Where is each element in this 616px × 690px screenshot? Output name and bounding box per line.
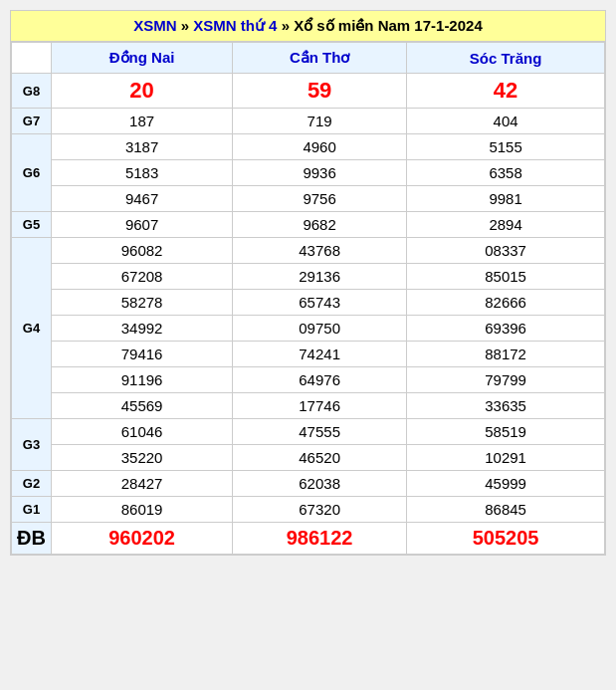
sep2: » [277, 17, 294, 34]
cell-value: 47555 [233, 419, 407, 445]
row-label: ĐB [12, 523, 52, 555]
sep1: » [177, 17, 194, 34]
cell-value: 28427 [52, 471, 233, 497]
cell-value: 35220 [52, 445, 233, 471]
table-row: G1860196732086845 [12, 497, 605, 523]
table-row: 582786574382666 [12, 290, 605, 316]
cell-value: 5183 [52, 160, 233, 186]
cell-value: 43768 [233, 238, 407, 264]
cell-value: 3187 [52, 134, 233, 160]
cell-value: 88172 [407, 342, 605, 367]
table-row: 352204652010291 [12, 445, 605, 471]
table-row: G7187719404 [12, 109, 605, 134]
cell-value: 79799 [407, 367, 605, 393]
cell-value: 6358 [407, 160, 605, 186]
cell-value: 61046 [52, 419, 233, 445]
cell-value: 42 [407, 74, 605, 109]
cell-value: 33635 [407, 393, 605, 419]
cell-value: 9936 [233, 160, 407, 186]
row-label: G5 [12, 212, 52, 238]
cell-value: 46520 [233, 445, 407, 471]
cell-value: 20 [52, 74, 233, 109]
col1-header: Đồng Nai [52, 43, 233, 74]
cell-value: 4960 [233, 134, 407, 160]
cell-value: 9981 [407, 186, 605, 212]
cell-value: 58278 [52, 290, 233, 316]
cell-value: 91196 [52, 367, 233, 393]
cell-value: 187 [52, 109, 233, 134]
table-row: 349920975069396 [12, 316, 605, 342]
cell-value: 59 [233, 74, 407, 109]
col2-header: Cần Thơ [233, 43, 407, 74]
cell-value: 79416 [52, 342, 233, 367]
row-label: G1 [12, 497, 52, 523]
empty-header [12, 43, 52, 74]
cell-value: 2894 [407, 212, 605, 238]
col3-header: Sóc Trăng [407, 43, 605, 74]
cell-value: 58519 [407, 419, 605, 445]
cell-value: 69396 [407, 316, 605, 342]
cell-value: 82666 [407, 290, 605, 316]
row-label: G4 [12, 238, 52, 419]
page-title: Xổ số miền Nam 17-1-2024 [294, 17, 483, 34]
cell-value: 17746 [233, 393, 407, 419]
table-row: 946797569981 [12, 186, 605, 212]
cell-value: 404 [407, 109, 605, 134]
lottery-table: Đồng Nai Cần Thơ Sóc Trăng G8205942G7187… [11, 42, 605, 555]
cell-value: 65743 [233, 290, 407, 316]
cell-value: 85015 [407, 264, 605, 290]
cell-value: 67208 [52, 264, 233, 290]
row-label: G8 [12, 74, 52, 109]
cell-value: 96082 [52, 238, 233, 264]
table-row: G8205942 [12, 74, 605, 109]
cell-value: 62038 [233, 471, 407, 497]
table-row: G6318749605155 [12, 134, 605, 160]
cell-value: 86019 [52, 497, 233, 523]
row-label: G2 [12, 471, 52, 497]
table-row: ĐB960202986122505205 [12, 523, 605, 555]
cell-value: 9607 [52, 212, 233, 238]
page-header: XSMN » XSMN thứ 4 » Xổ số miền Nam 17-1-… [11, 11, 605, 42]
cell-value: 9756 [233, 186, 407, 212]
row-label: G7 [12, 109, 52, 134]
cell-value: 86845 [407, 497, 605, 523]
cell-value: 34992 [52, 316, 233, 342]
xsmn-thu4-link[interactable]: XSMN thứ 4 [193, 17, 277, 34]
table-row: G4960824376808337 [12, 238, 605, 264]
cell-value: 74241 [233, 342, 407, 367]
table-row: 672082913685015 [12, 264, 605, 290]
cell-value: 960202 [52, 523, 233, 555]
cell-value: 45569 [52, 393, 233, 419]
table-row: 518399366358 [12, 160, 605, 186]
cell-value: 9467 [52, 186, 233, 212]
cell-value: 986122 [233, 523, 407, 555]
cell-value: 5155 [407, 134, 605, 160]
table-row: 911966497679799 [12, 367, 605, 393]
table-row: G3610464755558519 [12, 419, 605, 445]
main-container: XSMN » XSMN thứ 4 » Xổ số miền Nam 17-1-… [10, 10, 606, 556]
cell-value: 09750 [233, 316, 407, 342]
table-row: G5960796822894 [12, 212, 605, 238]
cell-value: 29136 [233, 264, 407, 290]
cell-value: 08337 [407, 238, 605, 264]
cell-value: 505205 [407, 523, 605, 555]
table-row: G2284276203845999 [12, 471, 605, 497]
row-label: G6 [12, 134, 52, 212]
xsmn-link[interactable]: XSMN [133, 17, 176, 34]
table-row: 455691774633635 [12, 393, 605, 419]
cell-value: 10291 [407, 445, 605, 471]
cell-value: 64976 [233, 367, 407, 393]
row-label: G3 [12, 419, 52, 471]
cell-value: 719 [233, 109, 407, 134]
cell-value: 45999 [407, 471, 605, 497]
cell-value: 67320 [233, 497, 407, 523]
table-row: 794167424188172 [12, 342, 605, 367]
cell-value: 9682 [233, 212, 407, 238]
